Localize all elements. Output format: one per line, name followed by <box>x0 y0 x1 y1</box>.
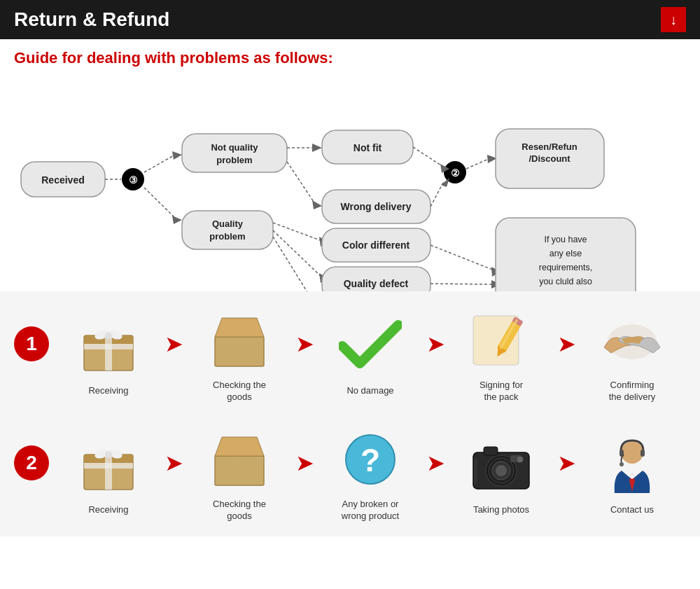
step-2-broken-label: Any broken orwrong product <box>342 499 399 522</box>
step-2-contact: Contact us <box>580 430 685 516</box>
step-1-nodamage-label: No damage <box>346 385 393 397</box>
svg-text:Wrong delivery: Wrong delivery <box>341 201 412 212</box>
svg-line-38 <box>413 147 443 167</box>
svg-rect-79 <box>84 463 133 469</box>
svg-marker-16 <box>312 144 322 152</box>
svg-text:requirements,: requirements, <box>539 263 592 272</box>
box-closed-icon <box>66 311 150 381</box>
svg-marker-8 <box>172 216 182 224</box>
step-2-receiving-label: Receiving <box>88 504 128 516</box>
svg-point-65 <box>105 332 112 339</box>
step-1-number: 1 <box>14 326 49 361</box>
svg-text:Not quality: Not quality <box>211 142 258 153</box>
arrow-8-icon: ➤ <box>557 450 576 476</box>
svg-text:Quality: Quality <box>212 219 244 229</box>
svg-text:any else: any else <box>550 249 582 258</box>
step-1-confirming-label: Confirmingthe delivery <box>609 380 655 403</box>
svg-text:Received: Received <box>41 174 84 186</box>
step-1-nodamage: No damage <box>318 311 423 397</box>
box-closed-2-icon <box>66 430 150 500</box>
step-2-checking-label: Checking thegoods <box>213 499 266 522</box>
question-icon: ? <box>328 424 412 494</box>
step-1-checking: Checking thegoods <box>187 305 292 403</box>
svg-line-23 <box>273 223 322 241</box>
steps-area: 1 <box>0 291 700 536</box>
svg-line-5 <box>144 155 175 172</box>
pen-icon <box>459 305 543 375</box>
svg-text:Resen/Refun: Resen/Refun <box>522 141 578 152</box>
svg-marker-69 <box>215 318 264 337</box>
handshake-icon <box>590 305 674 375</box>
svg-rect-61 <box>105 335 112 370</box>
step-2-number: 2 <box>14 445 49 480</box>
svg-point-99 <box>621 441 643 464</box>
arrow-7-icon: ➤ <box>426 450 445 476</box>
svg-text:problem: problem <box>216 155 252 165</box>
step-1-signing: Signing forthe pack <box>449 305 554 403</box>
svg-point-93 <box>496 465 507 476</box>
svg-text:②: ② <box>451 167 460 179</box>
svg-point-98 <box>517 457 523 462</box>
camera-icon <box>459 430 543 500</box>
svg-text:If you have: If you have <box>544 235 587 244</box>
arrow-4-icon: ➤ <box>557 331 576 357</box>
box-open-icon <box>197 305 281 375</box>
header: Return & Refund ↓ <box>0 0 700 39</box>
svg-line-17 <box>287 162 315 204</box>
box-open-2-icon <box>197 424 281 494</box>
svg-line-42 <box>466 158 490 169</box>
svg-text:?: ? <box>360 442 380 478</box>
step-2-broken: ? Any broken orwrong product <box>318 424 423 522</box>
svg-line-47 <box>430 245 494 270</box>
arrow-2-icon: ➤ <box>295 331 314 357</box>
step-1-receiving-label: Receiving <box>88 385 128 397</box>
svg-point-104 <box>620 462 624 466</box>
step-row-1: 1 <box>14 305 686 403</box>
step-1-signing-label: Signing forthe pack <box>479 380 523 403</box>
svg-line-49 <box>430 284 494 284</box>
arrow-1-icon: ➤ <box>164 331 183 357</box>
svg-rect-62 <box>84 344 133 349</box>
header-title: Return & Refund <box>14 8 169 31</box>
header-arrow-icon: ↓ <box>661 7 686 32</box>
step-row-2: 2 Receiving ➤ <box>14 424 686 522</box>
svg-text:Color different: Color different <box>342 240 410 251</box>
arrow-5-icon: ➤ <box>164 450 183 476</box>
svg-rect-66 <box>215 337 264 366</box>
svg-rect-83 <box>215 456 264 485</box>
step-1-confirming: Confirmingthe delivery <box>580 305 685 403</box>
step-1-items: Receiving ➤ Checkin <box>56 305 686 403</box>
step-1-checking-label: Checking thegoods <box>213 380 266 403</box>
svg-line-25 <box>273 230 322 277</box>
flowchart-svg: Received ③ Not quality problem Quality p… <box>14 81 686 291</box>
svg-marker-18 <box>312 200 322 209</box>
svg-text:/Discount: /Discount <box>528 153 570 164</box>
svg-rect-94 <box>484 447 498 455</box>
svg-text:③: ③ <box>129 174 138 186</box>
svg-marker-86 <box>215 437 264 456</box>
checkmark-icon <box>328 311 412 381</box>
svg-text:Not fit: Not fit <box>354 142 382 153</box>
svg-line-7 <box>144 188 175 218</box>
arrow-6-icon: ➤ <box>295 450 314 476</box>
svg-text:you cluld also: you cluld also <box>539 277 592 286</box>
svg-text:tell us!: tell us! <box>553 291 578 291</box>
svg-rect-12 <box>182 211 273 249</box>
svg-rect-78 <box>105 455 112 490</box>
svg-rect-9 <box>182 134 287 172</box>
svg-text:Quality defect: Quality defect <box>344 278 409 289</box>
step-2-photos-label: Taking photos <box>473 504 529 516</box>
svg-line-32 <box>273 237 322 291</box>
step-2-items: Receiving ➤ Checking thegoods ➤ <box>56 424 686 522</box>
svg-point-82 <box>105 451 112 458</box>
flowchart-area: Received ③ Not quality problem Quality p… <box>0 74 700 291</box>
svg-marker-6 <box>172 151 182 160</box>
arrow-3-icon: ➤ <box>426 331 445 357</box>
step-1-receiving: Receiving <box>56 311 161 397</box>
svg-rect-103 <box>640 450 645 457</box>
step-2-photos: Taking photos <box>449 430 554 516</box>
agent-icon <box>590 430 674 500</box>
step-2-receiving: Receiving <box>56 430 161 516</box>
svg-text:problem: problem <box>209 231 245 242</box>
svg-marker-41 <box>441 178 449 187</box>
